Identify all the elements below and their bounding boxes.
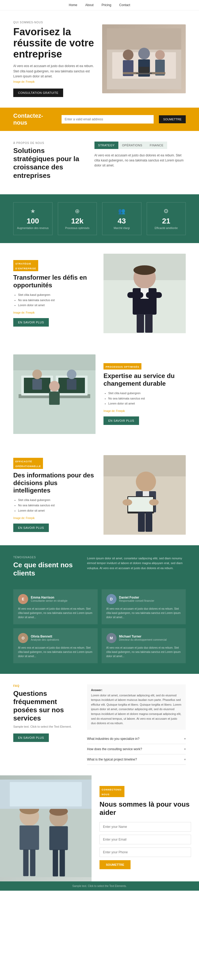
stat-item-2: 👥 43 Marché élargi [102,202,142,235]
processus-list-item-0: Stet clita kasd gubergren [108,391,186,396]
faq-cta-button[interactable]: EN SAVOIR PLUS [13,733,49,742]
faq-item-1[interactable]: How does the consulting service work? ▾ [87,744,186,754]
svg-rect-45 [145,512,152,532]
efficacite-list-item-1: No sea takimata sanctus est [18,503,96,508]
strategy-list: Stet clita kasd gubergren No sea takimat… [13,293,96,308]
faq-question-1: How does the consulting service work? [87,747,184,751]
about-label: À PROPOS DE NOUS [13,142,86,145]
efficacite-cta-button[interactable]: EN SAVOIR PLUS [13,523,49,532]
processus-list-item-1: No sea takimata sanctus est [108,396,186,401]
faq-content-right: Answer: Lorem dolor sit amet, consectetu… [87,684,186,765]
contact-name-input[interactable] [100,822,191,832]
testimonial-card-0: E Emma Harrison Consultante senior en st… [13,589,98,624]
testimonials-grid: E Emma Harrison Consultante senior en st… [13,589,186,663]
processus-section: PROCESSUS OPTIMISÉS Expertise au service… [0,344,199,445]
tab-strategy[interactable]: STRATEGY [94,142,118,149]
author-name-3: Michael Turner [119,635,167,638]
strategy-photo [103,254,186,333]
faq-answer-label: Answer: [91,689,182,692]
avatar-0: E [18,594,28,604]
strategy-title: Transformer les défis en opportunités [13,274,96,289]
nav-about[interactable]: About [85,3,93,7]
strategy-content: STRATÉGIE D'ENTREPRISE Transformer les d… [13,260,96,326]
hero-label: QUI SOMMES-NOUS [13,21,97,24]
author-info-3: Michael Turner Directeur du développemen… [119,635,167,641]
testimonial-text-0: Al vero eos et accusam et justo duo dolo… [18,607,93,619]
svg-rect-52 [49,826,68,850]
faq-subtitle: Sample text. Click to select the Text El… [13,725,79,728]
nav-pricing[interactable]: Pricing [102,3,111,7]
contact-phone-input[interactable] [100,848,191,857]
contact-submit-button[interactable]: SOUMETTRE [100,860,131,869]
author-name-0: Emma Harrison [31,596,67,599]
author-role-2: Analyste des opérations [31,638,59,641]
contact-bottom-photo [0,775,92,881]
efficacite-label-box: EFFICACITÉ OPÉRATIONNELLE [13,458,43,469]
testimonial-author-1: D Daniel Foster Responsable conseil fina… [107,594,181,604]
strategy-image [103,254,186,333]
efficacite-photo [103,455,186,535]
testimonial-author-2: O Olivia Bennett Analyste des opérations [18,633,93,643]
faq-title: Questions fréquemment posées sur nos ser… [13,689,79,722]
processus-content: PROCESSUS OPTIMISÉS Expertise au service… [103,363,186,425]
nav-contact[interactable]: Contact [119,3,130,7]
stat-number-2: 43 [105,217,139,225]
testimonials-title: Ce que disent nos clients [13,561,79,578]
svg-rect-18 [127,292,143,298]
svg-point-7 [155,50,165,60]
hero-cta-button[interactable]: CONSULTATION GRATUITE [13,89,63,97]
author-role-0: Consultante senior en stratégie [31,599,67,602]
faq-item-0[interactable]: What industries do you specialize in? ▾ [87,734,186,744]
contact-email-input[interactable] [100,835,191,844]
connect-label-box: CONNECTONS- NOUS [100,786,124,797]
stat-icon-3: ⚙ [150,208,183,215]
author-info-1: Daniel Foster Responsable conseil financ… [119,596,154,602]
stats-grid: ★ 100 Augmentation des revenus ⊕ 12k Pro… [13,202,186,235]
faq-answer-text: Lorem dolor sit amet, consectetuar adipi… [91,693,182,726]
contact-bar-email-input[interactable] [62,115,154,124]
faq-chevron-1: ▾ [184,747,186,751]
testimonial-text-1: Al vero eos et accusam et justo duo dolo… [107,607,181,619]
contact-bar-title: Contactez-nous [13,112,56,126]
hero-image-credit: Image de: Freepik [13,80,97,83]
stat-label-1: Processus optimisés [61,227,94,229]
svg-rect-32 [67,379,76,390]
strategy-label: STRATÉGIE D'ENTREPRISE [15,262,36,270]
stat-label-2: Marché élargi [105,227,139,229]
avatar-3: M [107,633,116,643]
efficacite-image-credit: Image de: Freepik [13,517,96,520]
contact-bottom-image [0,775,92,881]
tab-operations[interactable]: OPÉRATIONS [118,142,146,149]
strategy-label-box: STRATÉGIE D'ENTREPRISE [13,260,38,271]
strategy-cta-button[interactable]: EN SAVOIR PLUS [13,318,49,326]
footer: Sample text. Click to select the Text El… [0,881,199,891]
svg-rect-49 [20,826,39,850]
svg-point-43 [149,499,159,506]
tab-finance[interactable]: FINANCE [146,142,167,149]
testimonial-text-3: Al vero eos et accusam et justo duo dolo… [107,646,181,659]
svg-rect-56 [53,850,58,877]
testimonials-intro: Lorem ipsum dolor sit amet, consetetur s… [87,556,186,571]
author-info-0: Emma Harrison Consultante senior en stra… [31,596,67,602]
processus-cta-button[interactable]: EN SAVOIR PLUS [103,417,139,425]
faq-item-2[interactable]: What is the typical project timeline? ▾ [87,754,186,765]
processus-title: Expertise au service du changement durab… [103,372,186,388]
testimonial-author-3: M Michael Turner Directeur du développem… [107,633,181,643]
author-role-1: Responsable conseil financier [119,599,154,602]
processus-list: Stet clita kasd gubergren No sea takimat… [103,391,186,406]
svg-point-29 [32,369,42,379]
avatar-2: O [18,633,28,643]
contact-bar-submit-button[interactable]: SOUMETTRE [159,115,186,123]
stat-number-0: 100 [16,217,49,225]
testimonial-card-3: M Michael Turner Directeur du développem… [102,628,186,663]
faq-section: FAQ Questions fréquemment posées sur nos… [0,674,199,775]
svg-rect-47 [0,809,92,877]
processus-image-credit: Image de: Freepik [103,410,186,412]
nav-home[interactable]: Home [69,3,77,7]
svg-point-33 [49,381,60,391]
efficacite-title: Des informations pour des décisions plus… [13,472,96,494]
faq-content-left: FAQ Questions fréquemment posées sur nos… [13,684,79,765]
strategy-image-credit: Image de: Freepik [13,311,96,314]
processus-image [13,355,96,434]
about-left: À PROPOS DE NOUS Solutions stratégiques … [13,142,86,184]
